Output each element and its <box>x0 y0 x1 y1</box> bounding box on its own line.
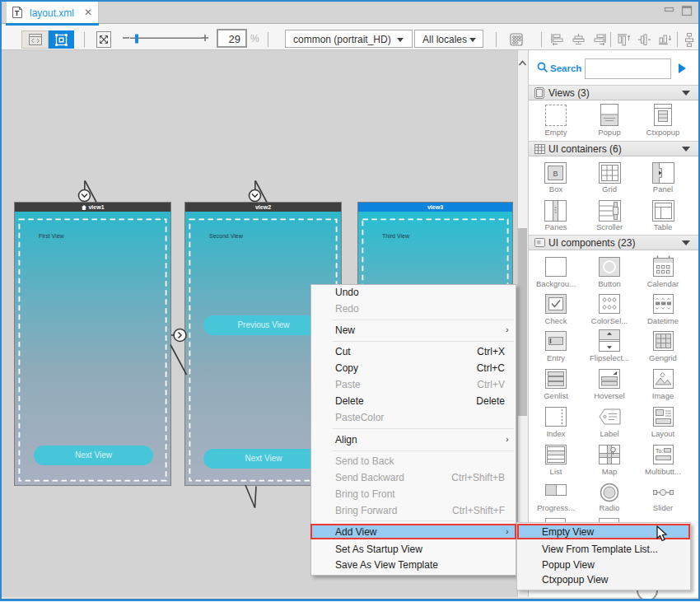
svg-text:T: T <box>15 9 20 17</box>
svg-text:To:: To: <box>656 448 663 454</box>
svg-text:B: B <box>553 170 558 178</box>
